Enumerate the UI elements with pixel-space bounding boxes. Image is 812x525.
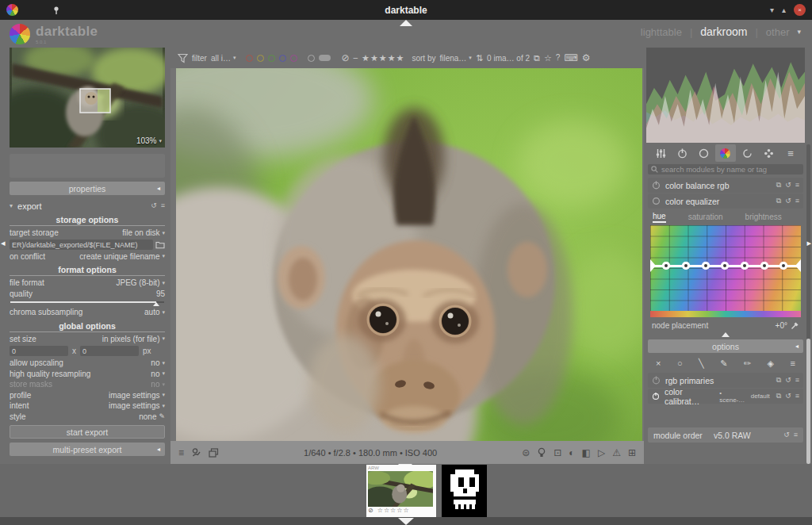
options-button[interactable]: options ◂ [648, 339, 803, 353]
mask-manager-icon[interactable] [191, 447, 201, 458]
raw-overexposed-icon[interactable]: ▷ [598, 448, 605, 458]
sort-order-icon[interactable]: ⇅ [476, 54, 483, 63]
quality-slider[interactable] [10, 299, 164, 306]
tab-effects-modules[interactable] [759, 144, 779, 162]
star-icon[interactable]: ★ [396, 53, 405, 63]
view-darkroom[interactable]: darkroom [700, 25, 747, 38]
set-size-select[interactable]: in pixels (for file) ▾ [102, 335, 165, 343]
style-select[interactable]: none ✎ [139, 412, 165, 421]
star-outline-icon[interactable]: ☆ [377, 507, 384, 514]
right-panel-toggle[interactable]: ▸ [806, 238, 811, 248]
reject-icon[interactable]: ⊘ [368, 507, 374, 515]
curve-node[interactable] [682, 262, 690, 270]
view-other[interactable]: other [766, 26, 790, 38]
reset-icon[interactable]: ↺ [151, 202, 157, 209]
right-panel-scrollbar[interactable] [806, 144, 810, 464]
warning-icon[interactable]: ⚠ [612, 448, 621, 458]
intent-select[interactable]: image settings ▾ [109, 401, 165, 410]
tab-correction-modules[interactable] [737, 144, 757, 162]
reset-icon[interactable]: ↺ [785, 197, 791, 205]
filter-icon[interactable] [178, 53, 188, 63]
export-module-header[interactable]: ▾ export ↺ ≡ [10, 200, 165, 212]
preferences-gear-icon[interactable]: ⚙ [582, 53, 591, 63]
presets-menu-icon[interactable]: ≡ [795, 377, 799, 384]
module-power-icon[interactable] [652, 376, 661, 385]
reset-icon[interactable]: ↺ [783, 431, 790, 439]
filmstrip-thumbnail-selected[interactable]: ARW ⊘ ☆☆☆☆☆ [366, 465, 436, 517]
module-order-bar[interactable]: module order v5.0 RAW ↺ ≡ [648, 427, 803, 443]
allow-upscaling-select[interactable]: no ▾ [151, 358, 165, 367]
sort-select[interactable]: filena… ▾ [439, 54, 471, 63]
star-rating[interactable]: ☆☆☆☆☆ [377, 507, 410, 515]
tab-technical-modules[interactable] [672, 144, 692, 162]
guides-overlays-icon[interactable]: ≡ [178, 448, 184, 458]
star-outline-icon[interactable]: ☆ [390, 507, 396, 514]
color-label-clear[interactable] [308, 55, 315, 62]
multi-instance-icon[interactable]: ⧉ [776, 197, 781, 205]
star-outline-icon[interactable]: ☆ [544, 54, 552, 63]
clipping-warning-icon[interactable]: ◧ [582, 448, 591, 458]
color-picker-icon[interactable] [791, 321, 799, 330]
softproof-bulb-icon[interactable] [537, 447, 546, 458]
circle-mask-icon[interactable]: ○ [677, 359, 683, 368]
curve-node[interactable] [702, 262, 710, 270]
grid-overlay-icon[interactable]: ⊞ [628, 448, 636, 458]
duplicate-manager-icon[interactable] [209, 448, 219, 458]
start-export-button[interactable]: start export [10, 425, 165, 439]
curve-node[interactable] [662, 262, 670, 270]
slider-handle[interactable] [153, 302, 159, 306]
bottom-panel-toggle[interactable] [398, 518, 414, 525]
curve-node[interactable] [779, 262, 787, 270]
presets-menu-icon[interactable]: ≡ [795, 393, 799, 400]
star-icon[interactable]: ★ [388, 53, 396, 63]
module-power-icon[interactable] [652, 181, 661, 190]
zoom-level[interactable]: 103% ▾ [136, 136, 162, 145]
scrollbar-thumb[interactable] [806, 339, 810, 464]
maximize-button[interactable]: ▴ [782, 6, 786, 14]
view-dropdown-icon[interactable]: ▾ [797, 28, 801, 36]
gamut-check-icon[interactable]: ◐ [569, 448, 574, 458]
rating-dash-icon[interactable]: – [354, 54, 358, 62]
style-edit-icon[interactable]: ✎ [159, 413, 165, 420]
star-outline-icon[interactable]: ☆ [384, 507, 390, 514]
curve-node[interactable] [721, 262, 729, 270]
reject-filter-icon[interactable]: ⊘ [341, 53, 349, 63]
tab-active-modules[interactable] [650, 144, 671, 162]
color-label-purple[interactable] [290, 55, 297, 62]
reset-icon[interactable]: ↺ [785, 377, 791, 384]
module-color-equalizer[interactable]: color equalizer ⧉ ↺ ≡ [648, 194, 803, 209]
height-input[interactable]: 0 [80, 346, 139, 356]
keyboard-shortcuts-icon[interactable]: ⌨ [564, 53, 577, 63]
iso12646-icon[interactable]: ⊡ [553, 448, 561, 458]
raster-mask-menu-icon[interactable]: ≡ [791, 359, 795, 368]
overexposed-indicator-icon[interactable]: ⊜ [522, 448, 530, 458]
help-icon[interactable]: ? [556, 54, 561, 62]
path-mask-icon[interactable]: ✎ [720, 359, 727, 368]
export-path-input[interactable]: ER)/darktable_exported/$(FILE_NAME) [10, 240, 153, 250]
thumbnail-rating[interactable]: ⊘ ☆☆☆☆☆ [368, 507, 435, 515]
hq-resampling-select[interactable]: no ▾ [151, 370, 165, 378]
chroma-subsampling-select[interactable]: auto ▾ [144, 308, 165, 316]
left-panel-toggle[interactable]: ◂ [1, 238, 6, 248]
module-power-icon[interactable] [652, 392, 660, 400]
multi-preset-export-button[interactable]: multi-preset export ◂ [10, 443, 165, 456]
star-icon[interactable]: ★ [370, 53, 379, 63]
gradient-mask-icon[interactable]: ╲ [699, 359, 704, 368]
star-outline-icon[interactable]: ☆ [403, 507, 409, 514]
module-color-balance-rgb[interactable]: color balance rgb ⧉ ↺ ≡ [648, 178, 803, 193]
hue-curve-editor[interactable] [650, 225, 801, 311]
tab-grading-modules[interactable] [694, 144, 714, 162]
tab-hue[interactable]: hue [653, 212, 666, 223]
profile-select[interactable]: image settings ▾ [109, 391, 165, 400]
top-panel-toggle[interactable] [400, 20, 412, 26]
histogram-scope[interactable] [646, 48, 805, 143]
presets-menu-icon[interactable]: ≡ [161, 202, 165, 209]
properties-button[interactable]: properties ◂ [10, 182, 165, 195]
on-conflict-select[interactable]: create unique filename ▾ [79, 252, 165, 261]
module-search[interactable]: search modules by name or tag [648, 164, 803, 174]
node-placement-value[interactable]: +0° [776, 321, 787, 330]
module-groups-menu-icon[interactable]: ≡ [780, 144, 801, 162]
curve-node[interactable] [741, 262, 749, 270]
filmstrip-thumbnail-skull[interactable] [442, 465, 487, 520]
tab-color-modules-active[interactable] [715, 144, 736, 162]
